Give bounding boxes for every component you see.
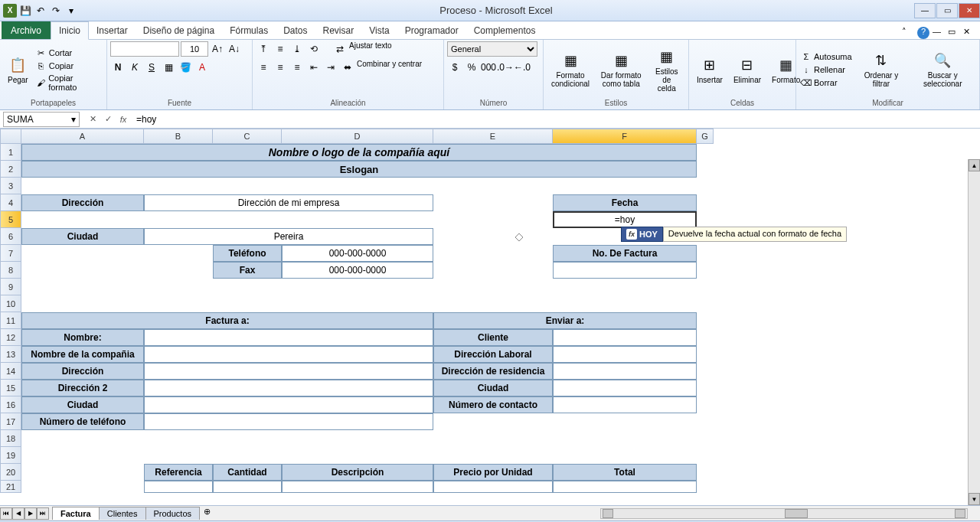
row-header-12[interactable]: 12 (0, 329, 21, 346)
number-format-select[interactable]: General (447, 41, 537, 57)
cell-ciudad3-label[interactable]: Ciudad (21, 396, 144, 413)
sheet-tab-clientes[interactable]: Clientes (99, 507, 146, 520)
hscroll-left-button[interactable] (603, 509, 613, 518)
sheet-prev-button[interactable]: ◀ (12, 507, 24, 520)
copy-button[interactable]: ⎘Copiar (34, 60, 103, 72)
cell-direccion-value[interactable]: Dirección de mi empresa (144, 194, 433, 211)
cell-direccion2b-value[interactable] (144, 380, 433, 396)
cell-referencia-header[interactable]: Referencia (144, 464, 213, 481)
font-color-button[interactable]: A (194, 60, 210, 75)
cell-numtel-value[interactable] (144, 413, 433, 430)
row-header-21[interactable]: 21 (0, 481, 21, 493)
align-left-icon[interactable]: ≡ (256, 60, 271, 75)
col-header-d[interactable]: D (282, 129, 433, 144)
hscroll-thumb[interactable] (785, 509, 808, 518)
fill-button[interactable]: ↓Rellenar (799, 64, 854, 76)
name-box-dropdown-icon[interactable]: ▾ (71, 114, 76, 125)
cell-prec-1[interactable] (433, 481, 553, 493)
row-header-3[interactable]: 3 (0, 178, 21, 194)
cell-direccion2-value[interactable] (144, 363, 433, 380)
row-header-15[interactable]: 15 (0, 380, 21, 396)
doc-close-icon[interactable]: ✕ (963, 27, 975, 39)
row-header-4[interactable]: 4 (0, 194, 21, 211)
paste-button[interactable]: 📋 Pegar (3, 54, 33, 86)
save-icon[interactable]: 💾 (18, 4, 32, 18)
row-header-1[interactable]: 1 (0, 144, 21, 161)
fx-button[interactable]: fx (116, 113, 130, 126)
italic-button[interactable]: K (127, 60, 142, 75)
cell-numcontacto-value[interactable] (553, 396, 697, 413)
comma-icon[interactable]: 000 (481, 60, 496, 75)
cell-ciudad2-value[interactable] (553, 380, 697, 396)
decrease-font-icon[interactable]: A↓ (227, 41, 242, 57)
cell-enviar-a[interactable]: Enviar a: (433, 312, 697, 329)
cell-fecha-value[interactable]: =hoy (553, 211, 697, 228)
row-header-20[interactable]: 20 (0, 464, 21, 481)
row-header-11[interactable]: 11 (0, 312, 21, 329)
select-all-corner[interactable] (0, 129, 21, 144)
merge-button[interactable]: ⬌ (340, 60, 355, 75)
col-header-a[interactable]: A (21, 129, 144, 144)
help-icon[interactable]: ? (917, 27, 929, 39)
orientation-icon[interactable]: ⟲ (306, 41, 322, 57)
name-box[interactable]: SUMA▾ (3, 112, 80, 127)
row-header-7[interactable]: 7 (0, 245, 21, 262)
close-button[interactable]: ✕ (959, 3, 980, 18)
row-header-9[interactable]: 9 (0, 279, 21, 295)
tab-diseno[interactable]: Diseño de página (136, 22, 222, 39)
cell-compania-value[interactable] (144, 346, 433, 363)
cell-factura-a[interactable]: Factura a: (21, 312, 433, 329)
cell-dirres-value[interactable] (553, 363, 697, 380)
autosum-button[interactable]: ΣAutosuma (799, 51, 854, 63)
doc-min-icon[interactable]: — (933, 27, 945, 39)
sort-filter-button[interactable]: ⇅Ordenar y filtrar (855, 50, 908, 90)
file-tab[interactable]: Archivo (2, 21, 51, 39)
col-header-c[interactable]: C (213, 129, 282, 144)
font-size-select[interactable] (181, 41, 208, 57)
row-header-18[interactable]: 18 (0, 430, 21, 447)
function-badge[interactable]: fx HOY (621, 227, 663, 242)
cell-no-factura-label[interactable]: No. De Factura (553, 245, 697, 262)
undo-icon[interactable]: ↶ (34, 4, 47, 18)
tab-insertar[interactable]: Insertar (89, 22, 136, 39)
align-center-icon[interactable]: ≡ (273, 60, 288, 75)
tab-datos[interactable]: Datos (276, 22, 315, 39)
row-header-10[interactable]: 10 (0, 295, 21, 312)
inc-decimal-icon[interactable]: .0→ (498, 60, 513, 75)
sheet-first-button[interactable]: ⏮ (0, 507, 12, 520)
sheet-tab-factura[interactable]: Factura (52, 507, 100, 520)
row-header-13[interactable]: 13 (0, 346, 21, 363)
cell-desc-1[interactable] (282, 481, 433, 493)
cell-direccion2b-label[interactable]: Dirección 2 (21, 380, 144, 396)
border-button[interactable]: ▦ (161, 60, 176, 75)
font-family-select[interactable] (110, 41, 179, 57)
fill-color-button[interactable]: 🪣 (178, 60, 193, 75)
clear-button[interactable]: ⌫Borrar (799, 77, 854, 89)
cell-cant-1[interactable] (213, 481, 282, 493)
sheet-next-button[interactable]: ▶ (24, 507, 37, 520)
cells-area[interactable]: Nombre o logo de la compañía aquí Esloga… (21, 144, 980, 505)
cell-precio-header[interactable]: Precio por Unidad (433, 464, 553, 481)
formula-input[interactable] (133, 113, 980, 126)
col-header-f[interactable]: F (553, 129, 697, 144)
cell-numtel-label[interactable]: Número de teléfono (21, 413, 144, 430)
cell-cliente-label[interactable]: Cliente (433, 329, 553, 346)
row-header-2[interactable]: 2 (0, 161, 21, 178)
indent-dec-icon[interactable]: ⇤ (306, 60, 322, 75)
cell-nombre-value[interactable] (144, 329, 433, 346)
cell-nombre-label[interactable]: Nombre: (21, 329, 144, 346)
cell-slogan[interactable]: Eslogan (21, 161, 697, 178)
cell-total-header[interactable]: Total (553, 464, 697, 481)
indent-inc-icon[interactable]: ⇥ (323, 60, 338, 75)
cell-dirres-label[interactable]: Dirección de residencia (433, 363, 553, 380)
hscroll-right-button[interactable] (955, 509, 965, 518)
expand-icon[interactable] (514, 233, 524, 242)
cell-styles-button[interactable]: ▦Estilos de celda (648, 46, 686, 94)
cell-numcontacto-label[interactable]: Número de contacto (433, 396, 553, 413)
new-sheet-button[interactable]: ⊕ (199, 507, 214, 520)
vertical-scrollbar[interactable]: ▲ ▼ (968, 159, 980, 505)
cell-total-1[interactable] (553, 481, 697, 493)
find-select-button[interactable]: 🔍Buscar y seleccionar (909, 50, 976, 90)
sheet-last-button[interactable]: ⏭ (37, 507, 49, 520)
cell-ciudad-label[interactable]: Ciudad (21, 228, 144, 245)
